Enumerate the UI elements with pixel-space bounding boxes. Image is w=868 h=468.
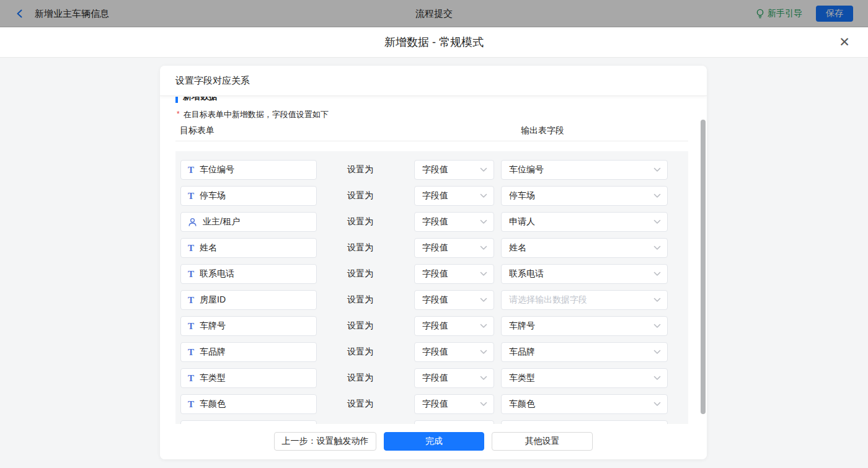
column-headers: 目标表单 输出表字段 [175, 124, 688, 141]
text-field-icon: T [188, 296, 194, 305]
output-field-select[interactable]: 姓名 [501, 238, 668, 258]
value-type-select[interactable]: 字段值 [414, 316, 494, 336]
chevron-down-icon [480, 167, 487, 172]
target-field-box[interactable]: T车颜色 [180, 394, 317, 414]
output-field-select[interactable]: 车颜色 [501, 394, 668, 414]
value-type-select[interactable]: 字段值 [414, 212, 494, 232]
table-row: T联系电话设置为字段值联系电话 [175, 264, 688, 284]
column-header-output-fields: 输出表字段 [521, 125, 564, 136]
clipped-section-title: 新增数据 [175, 97, 361, 104]
table-row: T姓名设置为字段值姓名 [175, 238, 688, 258]
target-field-label: 车品牌 [200, 347, 226, 358]
output-field-select[interactable]: 停车场 [501, 186, 668, 206]
value-type-selected: 字段值 [422, 347, 448, 358]
section-marker [175, 97, 178, 103]
set-as-label: 设置为 [347, 294, 373, 306]
table-row: T车位编号设置为字段值车位编号 [175, 160, 688, 180]
chevron-down-icon [653, 350, 661, 355]
value-type-select[interactable]: 字段值 [414, 290, 494, 310]
chevron-down-icon [653, 298, 661, 302]
target-field-label: 车颜色 [200, 399, 226, 410]
text-field-icon: T [188, 270, 194, 279]
text-field-icon: T [188, 374, 194, 383]
value-type-selected: 字段值 [422, 268, 448, 280]
value-type-select[interactable]: 字段值 [414, 238, 494, 258]
output-field-selected: 车品牌 [509, 347, 535, 358]
output-field-selected: 车位编号 [509, 164, 544, 175]
output-field-selected: 姓名 [509, 242, 526, 254]
text-field-icon: T [188, 348, 194, 357]
value-type-selected: 字段值 [422, 320, 448, 332]
target-field-box[interactable]: T车位编号 [180, 160, 317, 180]
table-row: T车颜色设置为字段值车颜色 [175, 394, 688, 414]
set-as-label: 设置为 [347, 320, 373, 332]
instruction-text: *在目标表单中新增数据，字段值设置如下 [177, 109, 329, 120]
target-field-box[interactable]: T房屋ID [180, 290, 317, 310]
text-field-icon: T [188, 400, 194, 409]
chevron-down-icon [480, 376, 487, 381]
chevron-down-icon [653, 245, 661, 250]
chevron-down-icon [480, 193, 487, 198]
target-field-box[interactable]: T联系电话 [180, 264, 317, 284]
output-field-selected: 停车场 [509, 190, 535, 201]
value-type-selected: 字段值 [422, 294, 448, 306]
output-field-select[interactable]: 联系电话 [501, 264, 668, 284]
set-as-label: 设置为 [347, 268, 373, 280]
table-row: T车品牌设置为字段值车品牌 [175, 342, 688, 362]
chevron-down-icon [480, 324, 487, 329]
panel-footer: 上一步：设置触发动作 完成 其他设置 [160, 424, 707, 459]
close-icon[interactable]: ✕ [837, 35, 852, 50]
output-field-select[interactable]: 车品牌 [501, 342, 668, 362]
chevron-down-icon [480, 350, 487, 355]
previous-step-button[interactable]: 上一步：设置触发动作 [274, 432, 376, 451]
modal-header: 新增数据 - 常规模式 ✕ [0, 27, 868, 58]
set-as-label: 设置为 [347, 399, 373, 410]
text-field-icon: T [188, 322, 194, 331]
set-as-label: 设置为 [347, 216, 373, 227]
table-row: T车类型设置为字段值车类型 [175, 368, 688, 388]
value-type-selected: 字段值 [422, 190, 448, 201]
set-as-label: 设置为 [347, 190, 373, 201]
scrollbar-thumb[interactable] [701, 120, 706, 414]
output-field-select[interactable]: 请选择输出数据字段 [501, 290, 668, 310]
target-field-label: 业主/租户 [203, 216, 240, 227]
table-row: T车牌号设置为字段值车牌号 [175, 316, 688, 336]
value-type-select[interactable]: 字段值 [414, 160, 494, 180]
value-type-select[interactable]: 字段值 [414, 342, 494, 362]
target-field-box[interactable]: T停车场 [180, 186, 317, 206]
text-field-icon: T [188, 244, 194, 253]
required-asterisk: * [177, 110, 180, 118]
chevron-down-icon [653, 219, 661, 224]
output-field-select[interactable]: 车位编号 [501, 160, 668, 180]
modal-title: 新增数据 - 常规模式 [384, 35, 484, 50]
value-type-select[interactable]: 字段值 [414, 394, 494, 414]
value-type-select[interactable]: 字段值 [414, 264, 494, 284]
output-field-selected: 车牌号 [509, 320, 535, 332]
value-type-selected: 字段值 [422, 164, 448, 175]
target-field-box[interactable]: T车品牌 [180, 342, 317, 362]
target-field-label: 姓名 [200, 242, 217, 254]
value-type-selected: 字段值 [422, 399, 448, 410]
chevron-down-icon [480, 219, 487, 224]
output-field-selected: 请选择输出数据字段 [509, 294, 587, 306]
target-field-label: 车类型 [200, 373, 226, 384]
target-field-box[interactable]: 业主/租户 [180, 212, 317, 232]
target-field-label: 停车场 [200, 190, 226, 201]
finish-button[interactable]: 完成 [384, 432, 484, 451]
output-field-select[interactable]: 申请人 [501, 212, 668, 232]
table-row: T房屋ID设置为字段值请选择输出数据字段 [175, 290, 688, 310]
target-field-box[interactable]: T车类型 [180, 368, 317, 388]
other-settings-button[interactable]: 其他设置 [492, 432, 593, 451]
output-field-select[interactable]: 车类型 [501, 368, 668, 388]
target-field-label: 联系电话 [200, 268, 234, 280]
value-type-select[interactable]: 字段值 [414, 368, 494, 388]
target-field-label: 车位编号 [200, 164, 234, 175]
value-type-select[interactable]: 字段值 [414, 186, 494, 206]
target-field-box[interactable]: T车牌号 [180, 316, 317, 336]
target-field-box[interactable]: T姓名 [180, 238, 317, 258]
text-field-icon: T [188, 192, 194, 201]
output-field-selected: 联系电话 [509, 268, 544, 280]
set-as-label: 设置为 [347, 347, 373, 358]
column-header-target-form: 目标表单 [180, 125, 215, 136]
output-field-select[interactable]: 车牌号 [501, 316, 668, 336]
